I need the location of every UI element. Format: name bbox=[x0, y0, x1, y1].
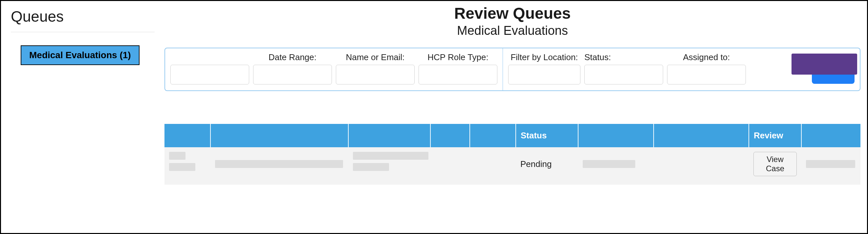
filter-label-hcp-role: HCP Role Type: bbox=[418, 52, 497, 63]
page-title: Review Queues bbox=[164, 4, 861, 22]
th-review[interactable]: Review bbox=[749, 124, 801, 147]
th-status[interactable]: Status bbox=[516, 124, 578, 147]
th-1[interactable] bbox=[211, 124, 348, 147]
queue-item-medical-evaluations[interactable]: Medical Evaluations (1) bbox=[21, 46, 140, 65]
cell-6 bbox=[578, 147, 654, 185]
filter-label-status: Status: bbox=[584, 52, 663, 63]
view-case-button[interactable]: View Case bbox=[753, 152, 797, 176]
results-table-wrap: Status Review bbox=[164, 124, 861, 185]
filter-label-name-email: Name or Email: bbox=[336, 52, 415, 63]
location-input[interactable] bbox=[508, 65, 581, 85]
cell-9 bbox=[801, 147, 861, 185]
th-0[interactable] bbox=[164, 124, 211, 147]
date-range-input[interactable] bbox=[253, 65, 332, 85]
cell-review: View Case bbox=[749, 147, 801, 185]
th-9[interactable] bbox=[801, 124, 861, 147]
filter-bar: Date Range: Name or Email: HCP Role Type… bbox=[164, 48, 861, 91]
table-header-row: Status Review bbox=[164, 124, 861, 147]
sidebar-title: Queues bbox=[11, 7, 155, 32]
status-input[interactable] bbox=[584, 65, 663, 85]
cell-0 bbox=[164, 147, 211, 185]
cell-1 bbox=[211, 147, 348, 185]
th-2[interactable] bbox=[348, 124, 430, 147]
main-content: Review Queues Medical Evaluations Date R… bbox=[164, 1, 867, 233]
name-email-input[interactable] bbox=[336, 65, 415, 85]
table-row: Pending View Case bbox=[164, 147, 861, 185]
primary-action-button[interactable] bbox=[792, 54, 857, 75]
filter-label-assigned: Assigned to: bbox=[667, 52, 746, 63]
th-7[interactable] bbox=[654, 124, 749, 147]
hcp-role-input[interactable] bbox=[418, 65, 497, 85]
cell-status: Pending bbox=[516, 147, 578, 185]
status-value: Pending bbox=[520, 159, 552, 169]
filter-label-date-range: Date Range: bbox=[253, 52, 332, 63]
sidebar: Queues Medical Evaluations (1) bbox=[1, 1, 164, 233]
cell-7 bbox=[654, 147, 749, 185]
queue-item-label: Medical Evaluations (1) bbox=[29, 50, 131, 60]
cell-3 bbox=[430, 147, 470, 185]
filter-label-location: Filter by Location: bbox=[508, 52, 581, 63]
th-4[interactable] bbox=[470, 124, 516, 147]
cell-2 bbox=[348, 147, 430, 185]
th-3[interactable] bbox=[430, 124, 470, 147]
filter-input-1[interactable] bbox=[170, 65, 249, 85]
th-6[interactable] bbox=[578, 124, 654, 147]
filter-label-blank bbox=[170, 52, 249, 63]
results-table: Status Review bbox=[164, 124, 861, 185]
page-subtitle: Medical Evaluations bbox=[164, 24, 861, 38]
cell-4 bbox=[470, 147, 516, 185]
assigned-input[interactable] bbox=[667, 65, 746, 85]
filter-separator bbox=[503, 48, 503, 90]
